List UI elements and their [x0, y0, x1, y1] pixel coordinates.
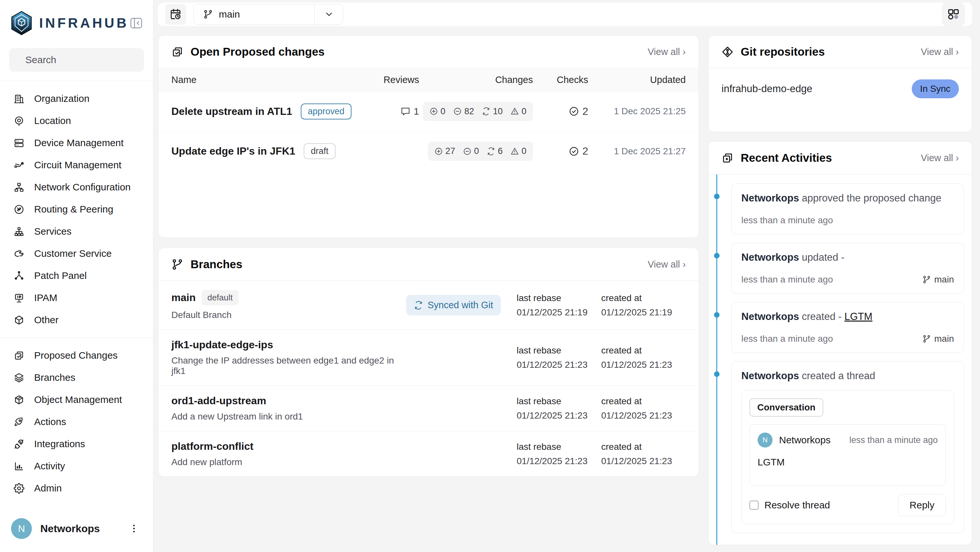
logo[interactable]: INFRAHUB — [0, 0, 153, 44]
sidebar-item-ipam[interactable]: IPAM — [5, 287, 148, 309]
branch-description: Change the IP addresses between edge1 an… — [171, 356, 406, 376]
cube-icon — [14, 315, 24, 325]
timeline-line — [716, 174, 717, 545]
proposed-changes-view-all[interactable]: View all › — [648, 46, 686, 57]
user-name: Networkops — [40, 523, 118, 535]
search-input[interactable] — [25, 54, 151, 65]
activity-log-icon — [722, 152, 733, 164]
resolve-thread-label: Resolve thread — [764, 499, 830, 511]
git-repositories-view-all[interactable]: View all › — [921, 46, 959, 57]
shapes-icon — [947, 8, 960, 21]
created-at-cell: created at 01/12/2025 21:23 — [601, 345, 686, 370]
branch-row[interactable]: platform-conflict Add new platform last … — [158, 431, 699, 477]
thread-message-header: N Networkops less than a minute ago — [757, 432, 938, 448]
activity-actor: Networkops — [741, 192, 799, 204]
router-icon — [14, 204, 24, 215]
time-travel-button[interactable] — [165, 4, 186, 25]
created-at-cell: created at 01/12/2025 21:23 — [601, 442, 686, 466]
deletions-stat: 82 — [453, 107, 474, 116]
search-box[interactable]: ⌘K — [9, 48, 144, 72]
recent-activities-header: Recent Activities View all › — [708, 142, 972, 174]
branch-row[interactable]: jfk1-update-edge-ips Change the IP addre… — [158, 329, 699, 385]
activity-item: Networkops approved the proposed change … — [731, 183, 964, 235]
sidebar-item-admin[interactable]: Admin — [5, 477, 148, 499]
calendar-clock-icon — [170, 8, 181, 20]
sidebar-item-network-configuration[interactable]: Network Configuration — [5, 176, 148, 198]
sidebar-item-organization[interactable]: Organization — [5, 88, 148, 110]
handshake-icon — [14, 248, 24, 259]
sidebar-item-label: Object Management — [34, 394, 122, 405]
sidebar-item-label: Activity — [34, 461, 65, 472]
branch-info: platform-conflict Add new platform — [171, 440, 406, 467]
branch-row[interactable]: ord1-add-upstream Add a new Upstream lin… — [158, 385, 699, 431]
sidebar-item-label: Routing & Peering — [34, 204, 113, 215]
branch-info: jfk1-update-edge-ips Change the IP addre… — [171, 339, 406, 376]
branch-selector-value-area[interactable]: main — [194, 4, 314, 24]
check-circle-icon — [569, 106, 579, 116]
sidebar-item-device-management[interactable]: Device Management — [5, 132, 148, 154]
reply-button[interactable]: Reply — [898, 494, 946, 516]
sidebar-item-patch-panel[interactable]: Patch Panel — [5, 265, 148, 287]
proposed-changes-icon — [171, 46, 183, 58]
thread-box: Conversation N Networkops less than a mi… — [741, 390, 954, 524]
sidebar-item-services[interactable]: Services — [5, 220, 148, 242]
proposed-change-name-cell: Update edge IP's in JFK1 draft — [171, 143, 364, 159]
updates-stat: 10 — [482, 107, 503, 116]
circuit-icon — [14, 160, 24, 171]
user-menu[interactable]: N Networkops — [0, 510, 153, 552]
branch-row[interactable]: main default Default Branch Synced with … — [158, 281, 699, 329]
recent-activities-view-all[interactable]: View all › — [921, 153, 959, 163]
sidebar-collapse-button[interactable] — [129, 14, 144, 32]
sidebar-item-routing-peering[interactable]: Routing & Peering — [5, 198, 148, 220]
branch-selector-caret[interactable] — [314, 4, 343, 24]
repository-row[interactable]: infrahub-demo-edge In Sync — [708, 69, 972, 109]
server-icon — [14, 138, 24, 148]
col-header-name: Name — [171, 75, 364, 85]
git-repositories-title: Git repositories — [722, 45, 825, 58]
branch-selector[interactable]: main — [193, 4, 344, 25]
sidebar-item-customer-service[interactable]: Customer Service — [5, 242, 148, 265]
activity-branch: main — [923, 333, 954, 344]
card-title-text: Recent Activities — [741, 152, 832, 164]
schema-visualizer-button[interactable] — [942, 3, 965, 26]
resolve-thread-checkbox[interactable] — [749, 501, 759, 510]
reviews-cell: 1 — [364, 106, 419, 117]
proposed-changes-table-header: Name Reviews Changes Checks Updated — [158, 68, 699, 91]
user-options-button[interactable] — [126, 520, 142, 537]
proposed-change-row[interactable]: Delete upstream in ATL1 approved 1 0 — [158, 91, 699, 131]
proposed-changes-title: Open Proposed changes — [171, 45, 325, 58]
sidebar-item-circuit-management[interactable]: Circuit Management — [5, 154, 148, 176]
activity-action: approved the proposed change — [802, 192, 941, 204]
sidebar-item-location[interactable]: Location — [5, 110, 148, 132]
updated-cell: 1 Dec 2025 21:25 — [588, 106, 686, 116]
branches-view-all[interactable]: View all › — [648, 259, 686, 270]
sidebar-item-object-management[interactable]: Object Management — [5, 389, 148, 411]
sidebar-nav-secondary: Proposed Changes Branches Object Managem… — [0, 338, 153, 506]
branch-name: ord1-add-upstream — [171, 395, 266, 407]
kebab-menu-icon — [129, 523, 139, 534]
git-icon — [722, 46, 733, 58]
sidebar-item-integrations[interactable]: Integrations — [5, 433, 148, 455]
created-at-label: created at — [601, 345, 686, 356]
sidebar-item-branches[interactable]: Branches — [5, 367, 148, 389]
sidebar-item-other[interactable]: Other — [5, 309, 148, 331]
network-icon — [14, 182, 24, 193]
content-right-column: Git repositories View all › infrahub-dem… — [708, 35, 972, 545]
card-title-text: Open Proposed changes — [191, 45, 325, 58]
hierarchy-icon — [14, 226, 24, 237]
refresh-icon — [487, 147, 495, 156]
col-header-changes: Changes — [419, 75, 533, 85]
sidebar-item-label: Admin — [34, 483, 62, 494]
activity-action: created - — [802, 311, 842, 322]
sidebar-item-actions[interactable]: Actions — [5, 411, 148, 433]
sidebar-item-proposed-changes[interactable]: Proposed Changes — [5, 345, 148, 367]
content-row: Open Proposed changes View all › Name Re… — [158, 35, 972, 545]
ip-monitor-icon — [14, 293, 24, 303]
proposed-change-row[interactable]: Update edge IP's in JFK1 draft 27 — [158, 131, 699, 171]
avatar: N — [11, 518, 32, 539]
sidebar-item-activity[interactable]: Activity — [5, 455, 148, 477]
layers-icon — [14, 372, 24, 383]
resolve-thread-control: Resolve thread — [749, 499, 830, 511]
activity-object-link[interactable]: LGTM — [845, 311, 872, 322]
branch-name: main — [171, 292, 196, 304]
